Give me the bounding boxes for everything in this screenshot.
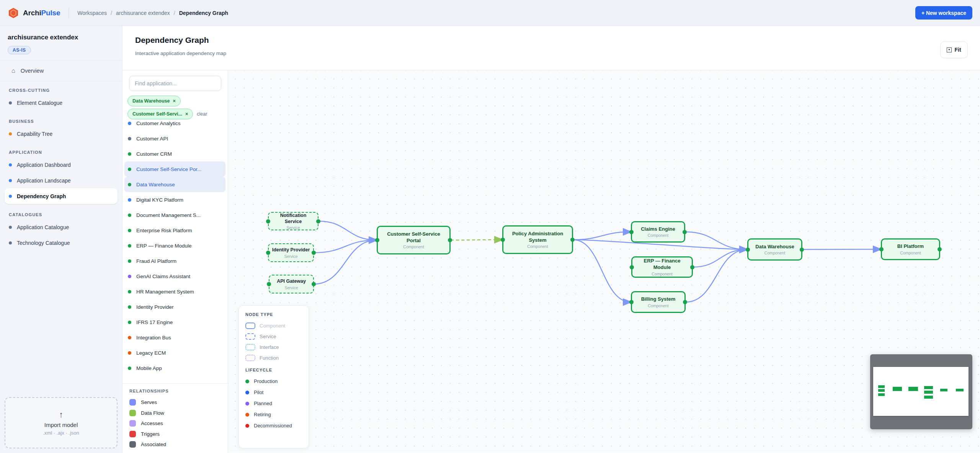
sidebar-section-title: APPLICATION xyxy=(0,150,122,157)
sidebar-item-overview[interactable]: ⌂ Overview xyxy=(0,61,122,81)
application-list-item[interactable]: Customer Analytics xyxy=(124,121,225,131)
application-list-item[interactable]: Enterprise Risk Platform xyxy=(124,223,225,238)
graph-node-policy-administration-system[interactable]: Policy Administration SystemComponent xyxy=(502,225,573,254)
lifecycle-label: Decommissioned xyxy=(254,423,292,429)
minimap-node-block xyxy=(924,391,933,394)
minimap-node-block xyxy=(924,386,933,389)
application-list-item[interactable]: Data Warehouse xyxy=(124,177,225,192)
sidebar-section: APPLICATIONApplication DashboardApplicat… xyxy=(0,143,122,205)
minimap-node-block xyxy=(893,387,902,391)
graph-node-billing-system[interactable]: Billing SystemComponent xyxy=(631,291,686,313)
header-divider xyxy=(69,8,69,18)
application-list-item[interactable]: GenAI Claims Assistant xyxy=(124,269,225,284)
remove-chip-icon[interactable]: × xyxy=(173,98,175,104)
import-model-dropzone[interactable]: ↑ Import model .xml · .ajx · .json xyxy=(5,397,118,448)
relationship-color-swatch xyxy=(129,431,136,437)
application-list-item[interactable]: Customer API xyxy=(124,131,225,146)
input-port xyxy=(629,230,634,234)
relationship-legend-item: Serves xyxy=(129,397,228,408)
lifecycle-dot-icon xyxy=(128,336,131,339)
graph-node-notification-service[interactable]: Notification ServiceService xyxy=(268,212,318,230)
lifecycle-dot-icon xyxy=(245,424,249,428)
fit-view-button[interactable]: Fit xyxy=(940,41,968,58)
page-title: Dependency Graph xyxy=(135,36,209,45)
sidebar-item-application-landscape[interactable]: Application Landscape xyxy=(5,173,118,188)
sidebar-item-technology-catalogue[interactable]: Technology Catalogue xyxy=(5,235,118,251)
status-dot-icon xyxy=(9,241,12,244)
breadcrumb-current: Dependency Graph xyxy=(179,10,228,16)
graph-node-customer-self-service-portal[interactable]: Customer Self-Service PortalComponent xyxy=(377,226,451,254)
application-label: Fraud AI Platform xyxy=(136,258,176,264)
application-label: Enterprise Risk Platform xyxy=(136,228,192,233)
minimap-node-block xyxy=(924,396,933,399)
sidebar-item-application-catalogue[interactable]: Application Catalogue xyxy=(5,219,118,235)
graph-node-bi-platform[interactable]: BI PlatformComponent xyxy=(881,238,940,260)
minimap[interactable] xyxy=(870,354,972,429)
application-list-item[interactable]: Identity Provider xyxy=(124,299,225,314)
remove-chip-icon[interactable]: × xyxy=(185,111,188,117)
application-list-item[interactable]: Mobile App xyxy=(124,360,225,376)
graph-node-identity-provider[interactable]: Identity ProviderService xyxy=(268,243,314,262)
node-title: BI Platform xyxy=(897,243,924,250)
application-list[interactable]: Customer AnalyticsCustomer APICustomer C… xyxy=(122,121,228,383)
lifecycle-dot-icon xyxy=(128,229,131,232)
input-port xyxy=(629,300,634,304)
sidebar-item-label: Application Catalogue xyxy=(17,224,69,230)
lifecycle-dot-icon xyxy=(128,122,131,125)
sidebar-item-element-catalogue[interactable]: Element Catalogue xyxy=(5,95,118,111)
output-port xyxy=(316,219,320,223)
new-workspace-button[interactable]: + New workspace xyxy=(915,6,972,20)
application-label: Integration Bus xyxy=(136,335,171,341)
filter-chip[interactable]: Data Warehouse× xyxy=(127,96,181,106)
minimap-viewport[interactable] xyxy=(873,367,969,416)
application-list-item[interactable]: Customer Self-Service Por... xyxy=(124,161,225,177)
node-type-label: Component xyxy=(652,272,672,276)
node-title: Customer Self-Service Portal xyxy=(381,231,446,244)
graph-node-api-gateway[interactable]: API GatewayService xyxy=(269,275,314,293)
sidebar-item-dependency-graph[interactable]: Dependency Graph xyxy=(5,188,118,204)
application-list-item[interactable]: ERP — Finance Module xyxy=(124,238,225,253)
status-dot-icon xyxy=(9,101,12,104)
application-list-item[interactable]: Legacy ECM xyxy=(124,345,225,360)
minimap-node-block xyxy=(956,389,964,391)
relationship-label: Accesses xyxy=(141,420,163,426)
relationship-label: Serves xyxy=(141,399,157,405)
graph-node-claims-engine[interactable]: Claims EngineComponent xyxy=(631,221,685,243)
input-port xyxy=(879,247,884,251)
application-label: Data Warehouse xyxy=(136,182,175,187)
application-list-item[interactable]: Customer CRM xyxy=(124,146,225,161)
sidebar-section: CROSS-CUTTINGElement Catalogue xyxy=(0,81,122,112)
node-type-legend-item: Function xyxy=(245,352,309,363)
application-list-item[interactable]: HR Management System xyxy=(124,284,225,299)
graph-node-data-warehouse[interactable]: Data WarehouseComponent xyxy=(747,238,802,261)
breadcrumb-workspace-name[interactable]: archisurance extendex xyxy=(116,10,170,16)
sidebar-item-application-dashboard[interactable]: Application Dashboard xyxy=(5,157,118,173)
output-port xyxy=(683,300,687,304)
application-list-item[interactable]: Integration Bus xyxy=(124,330,225,345)
status-dot-icon xyxy=(9,179,12,182)
node-title: Billing System xyxy=(641,296,676,303)
dependency-graph-canvas[interactable]: Notification ServiceServiceIdentity Prov… xyxy=(228,70,980,453)
graph-node-erp-finance-module[interactable]: ERP — Finance ModuleComponent xyxy=(631,256,693,278)
import-formats: .xml · .ajx · .json xyxy=(43,430,79,436)
filter-chip-label: Data Warehouse xyxy=(132,98,170,104)
application-label: Customer Self-Service Por... xyxy=(136,166,201,172)
status-dot-icon xyxy=(9,163,12,166)
fit-label: Fit xyxy=(954,47,961,53)
output-port xyxy=(800,248,804,252)
application-list-item[interactable]: Document Management S... xyxy=(124,207,225,223)
filter-chip[interactable]: Customer Self-Servi...× xyxy=(127,109,193,119)
breadcrumb-workspaces[interactable]: Workspaces xyxy=(77,10,107,16)
fit-icon xyxy=(947,47,952,52)
page-subtitle: Interactive application dependency map xyxy=(135,51,226,56)
sidebar-section: CATALOGUESApplication CatalogueTechnolog… xyxy=(0,205,122,252)
application-list-item[interactable]: IFRS 17 Engine xyxy=(124,314,225,330)
application-list-item[interactable]: Fraud AI Platform xyxy=(124,253,225,269)
node-type-label: Interface xyxy=(260,344,279,350)
application-list-item[interactable]: Digital KYC Platform xyxy=(124,192,225,207)
clear-filters-link[interactable]: clear xyxy=(197,111,207,117)
status-dot-icon xyxy=(9,195,12,198)
sidebar-item-capability-tree[interactable]: Capability Tree xyxy=(5,126,118,142)
find-application-input[interactable] xyxy=(129,76,221,91)
brand-name: ArchiPulse xyxy=(23,9,60,17)
